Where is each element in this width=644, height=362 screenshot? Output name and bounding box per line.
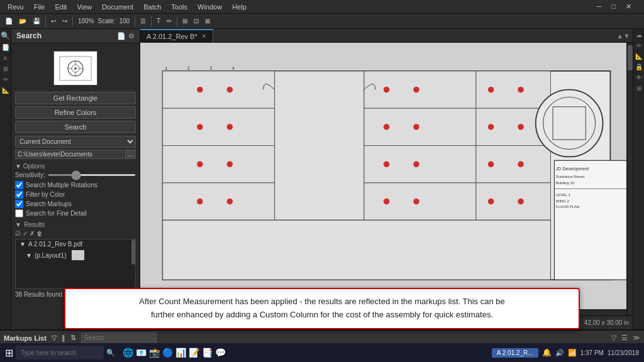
zoom-select[interactable]: 100% — [75, 15, 97, 28]
sensitivity-slider[interactable] — [48, 174, 136, 176]
markups-icon-2[interactable]: ☰ — [621, 334, 628, 342]
taskbar-icon-excel[interactable]: 📊 — [175, 348, 186, 358]
scale-value[interactable]: 100 — [116, 15, 132, 28]
taskbar-icon-screenshots[interactable]: 📸 — [149, 348, 160, 358]
menu-document[interactable]: Document — [97, 3, 138, 11]
undo-button[interactable]: ↩ — [48, 15, 58, 28]
left-icon-layers[interactable]: ≡ — [4, 55, 8, 62]
checkbox-fine-detail[interactable] — [15, 209, 23, 217]
right-icon-6[interactable]: ⊞ — [636, 85, 641, 92]
draw-button[interactable]: ✏ — [164, 15, 174, 28]
search-panel-icon-1[interactable]: 📄 — [117, 32, 126, 40]
menu-file[interactable]: File — [29, 3, 50, 11]
new-button[interactable]: 📄 — [3, 15, 15, 28]
active-tab[interactable]: A 2.01.2_Rev B* ✕ — [140, 29, 213, 43]
taskbar-volume-icon[interactable]: 🔊 — [555, 349, 564, 357]
markups-filter-icon[interactable]: ▽ — [52, 334, 57, 342]
open-button[interactable]: 📂 — [16, 15, 29, 28]
redo-button[interactable]: ↪ — [60, 15, 70, 28]
maximize-button[interactable]: □ — [606, 3, 621, 11]
taskbar-notification-icon[interactable]: 🔔 — [542, 348, 552, 357]
svg-text:FLOOR PLAN: FLOOR PLAN — [556, 205, 580, 209]
results-all-icon[interactable]: ☑ — [15, 230, 21, 237]
markups-icon-1[interactable]: ▽ — [611, 334, 616, 342]
tool-3[interactable]: ⊠ — [203, 15, 213, 28]
results-uncheck-icon[interactable]: ✗ — [30, 230, 35, 237]
right-icon-2[interactable]: ✏ — [636, 42, 641, 49]
left-icon-measurements[interactable]: 📐 — [2, 87, 9, 94]
markups-columns-icon[interactable]: ‖ — [62, 334, 65, 342]
svg-point-44 — [488, 124, 494, 129]
start-button[interactable]: ⊞ — [5, 347, 13, 359]
results-tree-item-layout[interactable]: ▼ (p.Layout1) — [16, 249, 135, 261]
markups-icon-3[interactable]: ≫ — [633, 334, 640, 342]
checkbox-search-markups[interactable] — [15, 200, 23, 208]
left-icon-properties[interactable]: ⊞ — [3, 65, 8, 72]
menu-window[interactable]: Window — [192, 3, 227, 11]
toolbar-1: 📄 📂 💾 ↩ ↪ 100% Scale: 100 ☰ T ✏ ⊞ ⊡ ⊠ — [0, 14, 644, 29]
tab-close-button[interactable]: ✕ — [201, 33, 206, 40]
save-button[interactable]: 💾 — [30, 15, 43, 28]
svg-point-28 — [197, 124, 203, 129]
taskbar-right: A 2.01.2_R... 🔔 🔊 📶 1:37 PM 11/23/2018 — [492, 348, 639, 358]
close-button[interactable]: ✕ — [621, 3, 636, 11]
menu-batch[interactable]: Batch — [138, 3, 166, 11]
option-row-3: Search Markups — [15, 200, 136, 208]
taskbar-icon-powerpoint[interactable]: 📑 — [202, 348, 213, 358]
menu-help[interactable]: Help — [227, 3, 252, 11]
right-icon-5[interactable]: 👁 — [636, 74, 642, 81]
path-browse-button[interactable]: ... — [125, 150, 136, 159]
taskbar-network-icon[interactable]: 📶 — [568, 349, 577, 357]
right-icon-3[interactable]: 📐 — [635, 53, 643, 60]
taskbar-quick-icons: 🌐 📧 📸 🔵 📊 📝 📑 💬 — [123, 348, 226, 358]
right-panel-icons: ☁ ✏ 📐 🔒 👁 ⊞ — [633, 29, 644, 329]
label-search-markups: Search Markups — [26, 200, 72, 207]
svg-point-33 — [227, 199, 233, 204]
left-icon-search[interactable]: 🔍 — [1, 31, 10, 40]
checkbox-filter-color[interactable] — [15, 190, 23, 199]
taskbar-icon-outlook[interactable]: 📧 — [136, 348, 147, 358]
svg-point-48 — [488, 199, 494, 204]
results-tree-item-doc[interactable]: ▼ A 2.01.2_Rev B.pdf — [16, 239, 135, 249]
refine-colors-button[interactable]: Refine Colors — [15, 106, 136, 119]
search-panel-icon-2[interactable]: ⚙ — [128, 32, 135, 40]
menu-edit[interactable]: Edit — [50, 3, 72, 11]
svg-point-45 — [518, 124, 523, 129]
taskbar-icon-edge[interactable]: 🌐 — [123, 348, 133, 358]
drawing-area[interactable]: JD Development Sundance Resort Building … — [140, 43, 633, 315]
right-icon-1[interactable]: ☁ — [636, 31, 642, 38]
text-button[interactable]: T — [154, 15, 163, 28]
path-input[interactable] — [15, 150, 123, 159]
taskbar-search-input[interactable] — [16, 346, 104, 359]
drawing-scrollbar-v[interactable] — [626, 43, 633, 315]
menu-view[interactable]: View — [72, 3, 97, 11]
properties-button[interactable]: ☰ — [138, 15, 148, 28]
taskbar-revu-app[interactable]: A 2.01.2_R... — [492, 348, 538, 358]
left-icon-bookmarks[interactable]: 📑 — [2, 44, 9, 51]
menu-revu[interactable]: Revu — [3, 3, 29, 11]
right-icon-4[interactable]: 🔒 — [635, 63, 643, 70]
results-delete-icon[interactable]: 🗑 — [36, 230, 43, 237]
left-icon-markups[interactable]: ✏ — [3, 76, 8, 83]
markups-search-input[interactable] — [81, 332, 157, 344]
svg-point-31 — [227, 162, 233, 167]
results-check-icon[interactable]: ✓ — [23, 230, 28, 237]
tool-2[interactable]: ⊡ — [191, 15, 201, 28]
menu-tools[interactable]: Tools — [166, 3, 192, 11]
taskbar-icon-chrome[interactable]: 🔵 — [162, 348, 173, 358]
svg-point-34 — [384, 87, 389, 92]
results-scrollbar[interactable] — [131, 239, 135, 265]
tab-nav-arrows[interactable]: ▲▼ — [614, 32, 633, 40]
options-title[interactable]: ▼ Options — [15, 163, 136, 170]
taskbar-icon-word[interactable]: 📝 — [189, 348, 199, 358]
svg-text:4: 4 — [232, 66, 235, 71]
taskbar-icon-skype[interactable]: 💬 — [215, 348, 226, 358]
minimize-button[interactable]: ─ — [592, 3, 607, 11]
tool-1[interactable]: ⊞ — [180, 15, 190, 28]
results-title[interactable]: ▼ Results — [15, 221, 136, 228]
checkbox-search-rotations[interactable] — [15, 181, 23, 189]
search-button[interactable]: Search — [15, 121, 136, 133]
scope-select[interactable]: Current Document — [15, 136, 136, 148]
get-rectangle-button[interactable]: Get Rectangle — [15, 92, 136, 104]
markups-sort-icon[interactable]: ⇅ — [70, 334, 76, 342]
